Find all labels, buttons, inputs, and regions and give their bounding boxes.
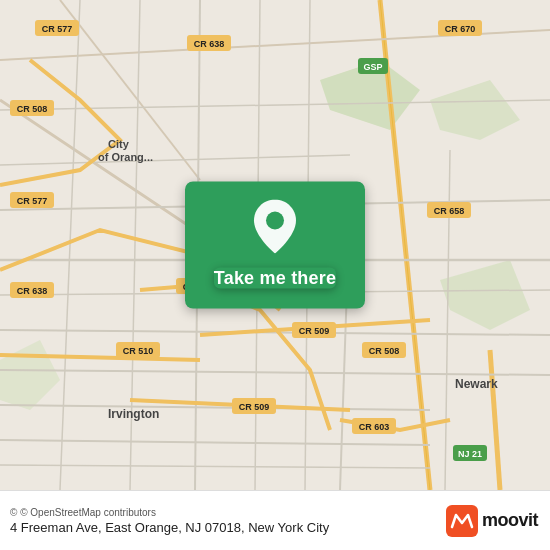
svg-text:CR 577: CR 577 (17, 196, 48, 206)
svg-text:CR 638: CR 638 (194, 39, 225, 49)
footer-info: © © OpenStreetMap contributors 4 Freeman… (10, 507, 329, 535)
svg-text:CR 508: CR 508 (17, 104, 48, 114)
location-pin-icon (253, 200, 297, 258)
svg-text:of Orang...: of Orang... (98, 151, 153, 163)
footer: © © OpenStreetMap contributors 4 Freeman… (0, 490, 550, 550)
svg-text:CR 508: CR 508 (369, 346, 400, 356)
address-label: 4 Freeman Ave, East Orange, NJ 07018, Ne… (10, 520, 329, 535)
svg-text:CR 509: CR 509 (299, 326, 330, 336)
svg-text:Irvington: Irvington (108, 407, 159, 421)
svg-text:CR 577: CR 577 (42, 24, 73, 34)
map-container: CR 577 CR 638 CR 670 CR 508 GSP CR 577 C… (0, 0, 550, 490)
svg-text:CR 509: CR 509 (239, 402, 270, 412)
svg-text:CR 638: CR 638 (17, 286, 48, 296)
osm-credit-text: © OpenStreetMap contributors (20, 507, 156, 518)
svg-text:NJ 21: NJ 21 (458, 449, 482, 459)
svg-text:City: City (108, 138, 130, 150)
svg-text:CR 670: CR 670 (445, 24, 476, 34)
svg-text:Newark: Newark (455, 377, 498, 391)
svg-point-66 (266, 212, 284, 230)
take-me-there-button[interactable]: Take me there (214, 268, 336, 289)
svg-text:CR 658: CR 658 (434, 206, 465, 216)
svg-text:CR 510: CR 510 (123, 346, 154, 356)
svg-text:CR 603: CR 603 (359, 422, 390, 432)
map-overlay: Take me there (185, 182, 365, 309)
svg-text:GSP: GSP (363, 62, 382, 72)
osm-copyright-symbol: © (10, 507, 17, 518)
moovit-brand-text: moovit (482, 510, 538, 531)
osm-attribution: © © OpenStreetMap contributors (10, 507, 329, 518)
moovit-logo: moovit (446, 505, 538, 537)
moovit-icon (446, 505, 478, 537)
